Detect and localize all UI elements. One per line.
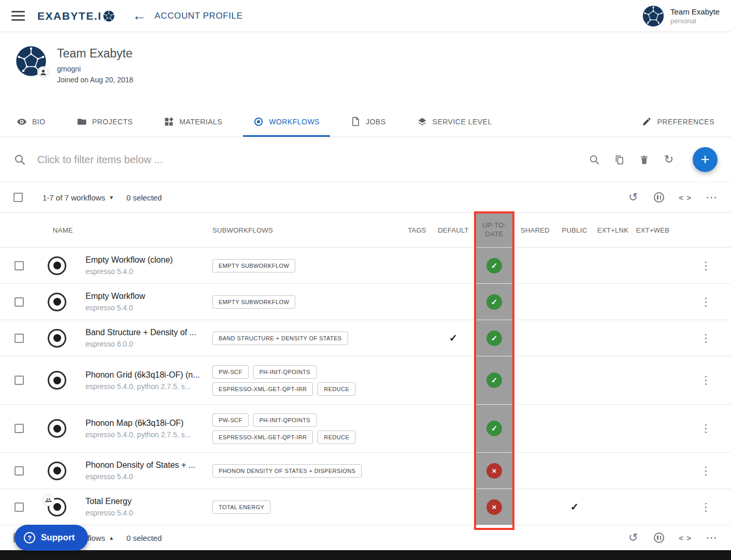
shared-cell xyxy=(514,453,556,489)
shared-cell xyxy=(514,489,556,525)
list-actions-top: ↺ < > ⋯ xyxy=(627,191,718,204)
table-row[interactable]: Phonon Map (6k3q18i-OF) espresso 5.4.0, … xyxy=(0,405,731,453)
row-menu-kebab-icon[interactable]: ⋮ xyxy=(700,465,711,477)
select-all-checkbox[interactable] xyxy=(13,193,23,202)
ext-lnk-cell xyxy=(593,489,633,525)
restore-icon-bottom[interactable]: ↺ xyxy=(627,532,639,544)
col-header-name: NAME xyxy=(36,213,205,247)
tab-jobs-label: JOBS xyxy=(366,118,386,126)
workflow-name[interactable]: Phonon Grid (6k3q18i-OF) (n... xyxy=(85,370,200,380)
table-row[interactable]: Empty Workflow espresso 5.4.0 EMPTY SUBW… xyxy=(0,284,731,320)
ext-web-cell xyxy=(633,405,673,452)
workflow-subtitle: espresso 5.4.0 xyxy=(85,267,133,276)
workflow-name[interactable]: Total Energy xyxy=(85,497,132,506)
workflow-name[interactable]: Phonon Density of States + ... xyxy=(85,461,195,470)
subworkflow-chips: BAND STRUCTURE + DENSITY OF STATES xyxy=(212,329,353,347)
up-to-date-line1: UP-TO- xyxy=(482,221,506,230)
more-options-icon[interactable]: ⋯ xyxy=(705,191,718,204)
row-menu-kebab-icon[interactable]: ⋮ xyxy=(700,332,711,344)
row-checkbox[interactable] xyxy=(15,376,24,385)
row-checkbox[interactable] xyxy=(15,502,24,512)
row-menu-kebab-icon[interactable]: ⋮ xyxy=(700,260,711,272)
selected-count-label-bottom: 0 selected xyxy=(126,534,162,542)
row-checkbox[interactable] xyxy=(15,334,24,343)
refresh-icon[interactable]: ↻ xyxy=(663,153,675,166)
tab-bio[interactable]: BIO xyxy=(13,106,49,137)
workflow-name[interactable]: Empty Workflow (clone) xyxy=(85,255,173,265)
subworkflow-chip: ESPRESSO-XML-GET-QPT-IRR xyxy=(212,382,313,396)
tags-cell xyxy=(402,248,433,283)
table-row[interactable]: Band Structure + Density of ... espresso… xyxy=(0,320,731,356)
preferences-button[interactable]: PREFERENCES xyxy=(639,106,718,137)
restore-icon[interactable]: ↺ xyxy=(627,191,639,204)
row-menu-kebab-icon[interactable]: ⋮ xyxy=(700,374,711,386)
table-row[interactable]: Total Energy espresso 5.4.0 TOTAL ENERGY… xyxy=(0,489,731,525)
account-type: personal xyxy=(670,17,720,25)
copy-icon[interactable] xyxy=(613,153,625,166)
menu-icon[interactable] xyxy=(11,11,25,21)
shared-cell xyxy=(514,248,556,283)
tab-projects[interactable]: PROJECTS xyxy=(74,106,136,137)
row-checkbox[interactable] xyxy=(15,297,24,307)
ext-lnk-cell xyxy=(593,356,633,404)
ext-web-cell xyxy=(633,320,673,356)
search-action-icon[interactable] xyxy=(588,153,600,166)
top-app-bar: EXABYTE.I ← ACCOUNT PROFILE Team Exabyte… xyxy=(0,0,731,32)
selected-count-label: 0 selected xyxy=(126,193,162,202)
logo-sphere-icon xyxy=(103,10,114,22)
tab-materials-label: MATERIALS xyxy=(179,118,222,126)
pause-icon-bottom[interactable] xyxy=(653,532,665,544)
ext-web-cell xyxy=(633,356,673,404)
add-workflow-fab[interactable]: + xyxy=(693,147,718,172)
shared-cell xyxy=(514,320,556,356)
code-brackets-icon-bottom[interactable]: < > xyxy=(679,532,692,544)
list-actions-bottom: ↺ < > ⋯ xyxy=(627,532,718,544)
trash-icon[interactable] xyxy=(638,153,650,166)
back-arrow-icon[interactable]: ← xyxy=(132,9,146,23)
row-menu-kebab-icon[interactable]: ⋮ xyxy=(700,296,711,308)
shared-cell xyxy=(514,405,556,452)
ext-lnk-cell xyxy=(593,453,633,489)
table-row[interactable]: Phonon Grid (6k3q18i-OF) (n... espresso … xyxy=(0,356,731,405)
layers-icon xyxy=(417,117,427,127)
search-icon xyxy=(13,153,26,166)
workflow-name[interactable]: Empty Workflow xyxy=(85,292,145,301)
pagination-range-control[interactable]: 1-7 of 7 workflows ▾ xyxy=(42,193,113,202)
row-checkbox[interactable] xyxy=(15,261,24,270)
table-row[interactable]: Phonon Density of States + ... espresso … xyxy=(0,453,731,489)
tab-materials[interactable]: MATERIALS xyxy=(161,106,225,137)
document-icon xyxy=(351,117,361,126)
row-checkbox[interactable] xyxy=(15,424,24,433)
up-to-date-cell: ✓ xyxy=(474,284,514,320)
row-checkbox[interactable] xyxy=(15,466,24,476)
more-options-icon-bottom[interactable]: ⋯ xyxy=(705,532,718,544)
subworkflow-chips: PW-SCFPH-INIT-QPOINTSESPRESSO-XML-GET-QP… xyxy=(212,363,360,397)
row-menu-kebab-icon[interactable]: ⋮ xyxy=(700,501,711,513)
tags-cell xyxy=(402,405,433,452)
col-header-ext-lnk: EXT+LNK xyxy=(593,213,633,247)
workflow-subtitle: espresso 5.4.0, python 2.7.5, s... xyxy=(85,382,191,391)
tab-workflows[interactable]: WORKFLOWS xyxy=(250,106,323,137)
logo-text: EXABYTE.I xyxy=(37,10,102,22)
workflow-name[interactable]: Phonon Map (6k3q18i-OF) xyxy=(85,419,183,428)
support-button[interactable]: ? Support xyxy=(15,525,88,551)
up-to-date-badge: ✓ xyxy=(486,294,502,310)
up-to-date-cell: ✓ xyxy=(474,356,514,404)
subworkflow-chips: EMPTY SUBWORKFLOW xyxy=(212,293,300,310)
up-to-date-cell: × xyxy=(474,453,514,489)
subworkflow-chips: EMPTY SUBWORKFLOW xyxy=(212,257,300,274)
account-switcher[interactable]: Team Exabyte personal xyxy=(642,5,720,27)
tab-jobs[interactable]: JOBS xyxy=(348,106,389,137)
workflow-name[interactable]: Band Structure + Density of ... xyxy=(85,328,196,337)
workflow-icon xyxy=(48,371,66,390)
exabyte-logo[interactable]: EXABYTE.I xyxy=(37,10,114,22)
profile-name: Team Exabyte xyxy=(57,47,133,61)
subworkflow-chips: PW-SCFPH-INIT-QPOINTSESPRESSO-XML-GET-QP… xyxy=(212,411,360,446)
ext-lnk-cell xyxy=(593,320,633,356)
pause-icon[interactable] xyxy=(653,191,665,204)
table-row[interactable]: Empty Workflow (clone) espresso 5.4.0 EM… xyxy=(0,248,731,284)
filter-input[interactable] xyxy=(37,154,578,166)
tab-service-level[interactable]: SERVICE LEVEL xyxy=(414,106,495,137)
code-brackets-icon[interactable]: < > xyxy=(679,191,692,204)
row-menu-kebab-icon[interactable]: ⋮ xyxy=(700,422,711,435)
